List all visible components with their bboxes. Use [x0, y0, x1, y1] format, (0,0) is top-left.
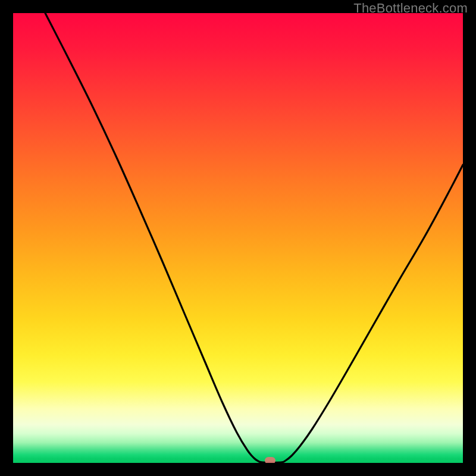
optimal-marker	[265, 457, 275, 463]
chart-container: TheBottleneck.com	[0, 0, 476, 476]
bottleneck-curve	[45, 13, 463, 462]
curve-svg	[13, 13, 463, 463]
plot-area	[13, 13, 463, 463]
